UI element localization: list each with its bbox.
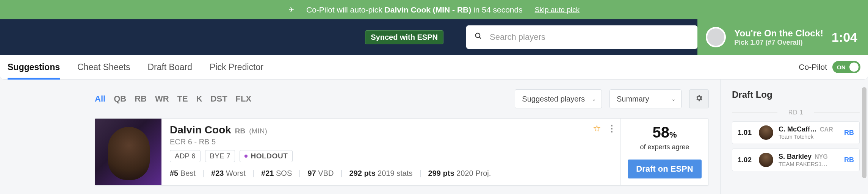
- pos-filter-all[interactable]: All: [95, 94, 105, 104]
- log-pick-number: 1.02: [738, 156, 754, 164]
- player-card: ☆ ⋮ Dalvin Cook RB (MIN) ECR 6 - RB 5 AD…: [95, 118, 709, 186]
- player-team: (MIN): [249, 127, 267, 135]
- draft-log-item[interactable]: 1.01 C. McCaff… CAR Team Totchek RB: [732, 121, 860, 144]
- content: All QB RB WR TE K DST FLX Suggested play…: [0, 80, 868, 194]
- pos-filter-te[interactable]: TE: [177, 94, 188, 104]
- pos-filter-wr[interactable]: WR: [155, 94, 169, 104]
- log-player-team: CAR: [820, 126, 833, 133]
- player-ecr: ECR 6 - RB 5: [170, 138, 614, 146]
- draft-log-item[interactable]: 1.02 S. Barkley NYG TEAM PAKERS1… RB: [732, 149, 860, 171]
- suggested-dropdown[interactable]: Suggested players ⌄: [515, 89, 602, 108]
- stat-2019-lbl: 2019 stats: [378, 169, 412, 177]
- svg-point-0: [476, 33, 480, 38]
- gear-icon: [695, 94, 703, 104]
- tab-cheat-sheets[interactable]: Cheat Sheets: [77, 55, 130, 79]
- stat-vbd-val: 97: [307, 169, 316, 177]
- draft-log-panel: Draft Log RD 1 1.01 C. McCaff… CAR Team …: [720, 80, 868, 194]
- holdout-label: HOLDOUT: [251, 152, 288, 160]
- copilot-toggle[interactable]: ON: [832, 61, 860, 73]
- pos-filter-k[interactable]: K: [196, 94, 202, 104]
- copilot-message: Co-Pilot will auto-pick Dalvin Cook (MIN…: [306, 5, 523, 14]
- tab-draft-board[interactable]: Draft Board: [147, 55, 192, 79]
- player-main: ☆ ⋮ Dalvin Cook RB (MIN) ECR 6 - RB 5 AD…: [161, 119, 620, 185]
- status-dot-icon: [244, 155, 248, 158]
- stat-vbd-lbl: VBD: [318, 169, 334, 177]
- pos-filter-rb[interactable]: RB: [135, 94, 147, 104]
- tabbar: Suggestions Cheat Sheets Draft Board Pic…: [0, 55, 868, 80]
- draft-on-espn-button[interactable]: Draft on ESPN: [628, 160, 701, 178]
- log-owner: Team Totchek: [779, 133, 833, 140]
- stat-best-val: #5: [170, 169, 178, 177]
- expert-label: of experts agree: [640, 143, 689, 151]
- log-player-name: S. Barkley: [779, 153, 812, 161]
- copilot-toggle-label: Co-Pilot: [799, 63, 827, 72]
- more-menu-icon[interactable]: ⋮: [607, 123, 615, 134]
- bye-tag: BYE 7: [205, 150, 235, 162]
- adp-tag: ADP 6: [170, 150, 201, 162]
- team-avatar: [706, 27, 726, 47]
- skip-auto-pick-link[interactable]: Skip auto pick: [535, 6, 580, 14]
- navbar: Synced with ESPN You're On the Clock! Pi…: [0, 19, 868, 55]
- suggested-dropdown-label: Suggested players: [522, 95, 585, 103]
- stat-sos-val: #21: [261, 169, 274, 177]
- tab-suggestions[interactable]: Suggestions: [8, 55, 60, 79]
- log-position: RB: [844, 156, 854, 164]
- stat-2020-val: 299 pts: [428, 169, 454, 177]
- airplane-icon: ✈: [288, 6, 294, 14]
- summary-dropdown-label: Summary: [617, 95, 649, 103]
- stat-worst-lbl: Worst: [226, 169, 246, 177]
- log-position: RB: [844, 129, 854, 137]
- copilot-banner: ✈ Co-Pilot will auto-pick Dalvin Cook (M…: [0, 0, 868, 19]
- copilot-toggle-state: ON: [837, 64, 846, 70]
- search-box[interactable]: [466, 25, 697, 49]
- log-owner: TEAM PAKERS1…: [779, 161, 828, 167]
- log-player-avatar: [759, 125, 773, 140]
- summary-dropdown[interactable]: Summary ⌄: [609, 89, 682, 108]
- stat-worst-val: #23: [211, 169, 224, 177]
- draft-log-title: Draft Log: [732, 89, 860, 100]
- round-label: RD 1: [732, 109, 860, 116]
- clock-headline: You're On the Clock!: [734, 28, 823, 39]
- copilot-msg-prefix: Co-Pilot will auto-pick: [306, 5, 385, 14]
- chevron-down-icon: ⌄: [592, 96, 596, 102]
- sync-badge: Synced with ESPN: [365, 30, 443, 44]
- expert-box: 58% of experts agree Draft on ESPN: [620, 119, 708, 185]
- clock-timer: 1:04: [832, 30, 857, 45]
- settings-button[interactable]: [689, 89, 709, 108]
- clock-pick-label: Pick 1.07 (#7 Overall): [734, 39, 823, 47]
- holdout-tag: HOLDOUT: [240, 150, 293, 162]
- suggestions-panel: All QB RB WR TE K DST FLX Suggested play…: [0, 80, 720, 194]
- player-position: RB: [235, 127, 245, 135]
- player-stats-row: #5 Best | #23 Worst | #21 SOS | 97 VBD |…: [170, 169, 614, 178]
- favorite-star-icon[interactable]: ☆: [593, 123, 601, 134]
- stat-best-lbl: Best: [180, 169, 196, 177]
- stat-sos-lbl: SOS: [276, 169, 292, 177]
- on-the-clock-panel: You're On the Clock! Pick 1.07 (#7 Overa…: [697, 19, 868, 55]
- stat-2020-lbl: 2020 Proj.: [456, 169, 491, 177]
- log-pick-number: 1.01: [738, 128, 754, 137]
- pos-filter-qb[interactable]: QB: [114, 94, 126, 104]
- svg-line-1: [479, 37, 481, 39]
- search-input[interactable]: [490, 25, 689, 49]
- log-player-team: NYG: [815, 153, 828, 160]
- filter-row: All QB RB WR TE K DST FLX Suggested play…: [95, 89, 709, 108]
- log-player-name: C. McCaff…: [779, 125, 817, 133]
- chevron-down-icon: ⌄: [671, 96, 676, 102]
- player-photo: [95, 119, 161, 185]
- toggle-knob: [849, 63, 859, 72]
- stat-2019-val: 292 pts: [349, 169, 376, 177]
- expert-pct-value: 58: [652, 124, 669, 141]
- player-name[interactable]: Dalvin Cook: [170, 124, 231, 136]
- log-player-avatar: [759, 153, 773, 167]
- copilot-msg-player: Dalvin Cook (MIN - RB): [385, 5, 472, 14]
- search-icon: [475, 32, 482, 42]
- pos-filter-dst[interactable]: DST: [211, 94, 227, 104]
- expert-pct-symbol: %: [669, 130, 677, 140]
- copilot-msg-suffix: in 54 seconds: [471, 5, 522, 14]
- position-filters: All QB RB WR TE K DST FLX: [95, 94, 251, 104]
- scrollbar[interactable]: [862, 87, 866, 178]
- tab-pick-predictor[interactable]: Pick Predictor: [210, 55, 263, 79]
- pos-filter-flx[interactable]: FLX: [236, 94, 252, 104]
